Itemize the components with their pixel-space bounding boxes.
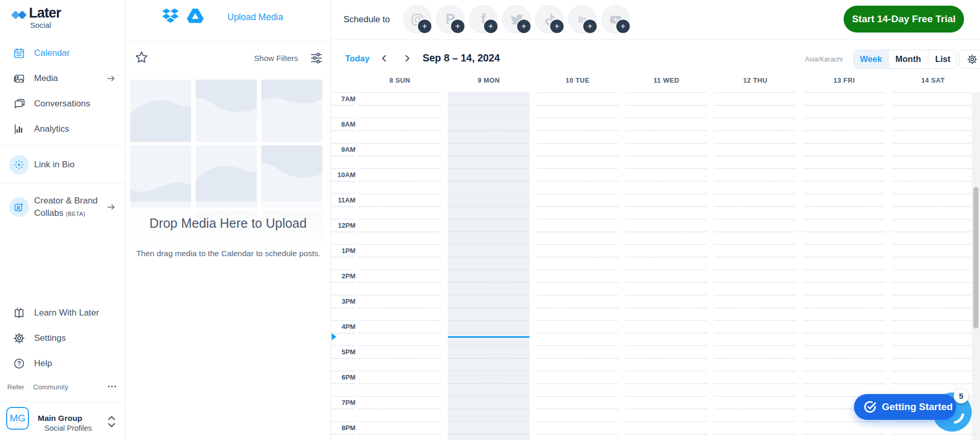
getting-started-label: Getting Started: [882, 401, 953, 413]
grid-line: [803, 421, 885, 422]
grid-line: [448, 295, 530, 295]
grid-line: [714, 118, 796, 118]
grid-line: [537, 396, 618, 397]
grid-line: [892, 295, 974, 295]
chevron-up-down-icon: [106, 415, 117, 429]
day-header: 8 SUN: [359, 76, 441, 84]
hour-label: 7PM: [331, 399, 355, 406]
profile-subtitle: Social Profiles: [44, 424, 92, 432]
sidebar-item-settings[interactable]: Settings: [0, 325, 126, 351]
sidebar-item-link-in-bio[interactable]: Link in Bio: [0, 150, 126, 179]
today-button[interactable]: Today: [345, 54, 369, 64]
sidebar-item-media[interactable]: Media: [0, 66, 126, 91]
grid-line: [892, 320, 974, 321]
grid-line: [537, 244, 618, 245]
grid-line: [331, 396, 355, 397]
star-icon[interactable]: [134, 50, 149, 65]
schedule-network-pinterest[interactable]: P+: [436, 5, 464, 34]
svg-text:?: ?: [17, 360, 21, 367]
show-filters-label: Show Filters: [254, 54, 298, 63]
hour-label: 6PM: [331, 373, 355, 381]
grid-line: [331, 421, 355, 422]
sidebar-item-conversations[interactable]: Conversations: [0, 91, 126, 116]
add-profile-badge[interactable]: +: [582, 19, 598, 34]
add-profile-badge[interactable]: +: [450, 19, 465, 34]
grid-line: [331, 194, 355, 194]
day-header: 10 TUE: [537, 76, 618, 84]
refer-link[interactable]: Refer: [7, 383, 24, 391]
schedule-network-facebook[interactable]: f+: [469, 5, 497, 34]
grid-line: [448, 155, 530, 156]
grid-line: [537, 371, 618, 371]
grid-line: [626, 408, 707, 410]
grid-line: [359, 219, 441, 219]
getting-started-button[interactable]: Getting Started: [854, 394, 956, 420]
drop-media-title: Drop Media Here to Upload: [126, 216, 331, 231]
grid-line: [359, 194, 441, 194]
grid-line: [331, 231, 355, 232]
calendar-settings-gear-icon[interactable]: [959, 50, 980, 69]
schedule-network-tiktok[interactable]: +: [535, 5, 564, 34]
grid-line: [714, 257, 796, 258]
sidebar-item-help[interactable]: ?Help: [0, 351, 126, 376]
chevron-right-icon[interactable]: [402, 53, 412, 64]
arrow-right-icon: [106, 73, 116, 84]
grid-line: [714, 244, 796, 245]
community-link[interactable]: Community: [33, 383, 68, 391]
sidebar-item-learn[interactable]: Learn With Later: [0, 300, 126, 325]
add-profile-badge[interactable]: +: [516, 19, 532, 34]
grid-line: [803, 383, 885, 384]
grid-line: [714, 396, 796, 397]
show-filters-button[interactable]: Show Filters: [254, 51, 323, 65]
grid-line: [537, 434, 618, 435]
grid-line: [359, 333, 441, 334]
media-placeholder-tile: [196, 80, 257, 142]
grid-line: [331, 257, 355, 258]
grid-line: [331, 105, 355, 106]
sidebar-item-creator-brand-collabs[interactable]: Creator & BrandCollabs (BETA): [0, 187, 126, 226]
schedule-network-twitter[interactable]: +: [502, 5, 531, 34]
grid-line: [359, 371, 441, 371]
media-placeholder-tile: [261, 145, 322, 208]
upload-media-button[interactable]: Upload Media: [227, 12, 283, 23]
schedule-network-youtube[interactable]: +: [601, 5, 630, 34]
schedule-network-instagram[interactable]: +: [403, 5, 431, 34]
grid-line: [448, 92, 530, 93]
grid-line: [892, 358, 974, 359]
grid-line: [626, 270, 707, 270]
grid-line: [892, 206, 974, 207]
grid-line: [331, 181, 355, 182]
start-trial-button[interactable]: Start 14-Day Free Trial: [844, 6, 964, 33]
grid-line: [359, 118, 441, 118]
sidebar-item-analytics[interactable]: Analytics: [0, 116, 126, 142]
grid-line: [714, 206, 796, 207]
grid-line: [803, 257, 885, 258]
day-header: 13 FRI: [803, 76, 885, 84]
profile-switcher[interactable]: MG Main Group Social Profiles: [0, 402, 126, 440]
day-header: 12 THU: [714, 76, 796, 84]
grid-line: [714, 358, 796, 359]
schedule-network-linkedin[interactable]: in+: [568, 5, 597, 34]
view-toggle-month[interactable]: Month: [888, 50, 928, 68]
add-profile-badge[interactable]: +: [483, 19, 499, 34]
sidebar-item-calendar[interactable]: Calendar: [0, 40, 126, 66]
scrollbar-thumb[interactable]: [973, 187, 978, 328]
google-drive-icon[interactable]: [186, 8, 204, 24]
view-toggle-list[interactable]: List: [928, 50, 957, 68]
grid-line: [359, 231, 441, 232]
grid-line: [448, 257, 530, 258]
grid-line: [626, 92, 707, 93]
grid-line: [537, 181, 618, 182]
grid-line: [626, 118, 707, 118]
add-profile-badge[interactable]: +: [549, 19, 565, 34]
add-profile-badge[interactable]: +: [615, 19, 631, 34]
more-options-icon[interactable]: •••: [107, 383, 117, 390]
grid-line: [714, 168, 796, 169]
dropbox-icon[interactable]: [162, 8, 179, 24]
add-profile-badge[interactable]: +: [417, 19, 432, 34]
grid-line: [448, 307, 530, 308]
grid-line: [537, 408, 618, 410]
grid-line: [331, 130, 355, 131]
chevron-left-icon[interactable]: [379, 53, 390, 64]
view-toggle-week[interactable]: Week: [854, 50, 888, 68]
